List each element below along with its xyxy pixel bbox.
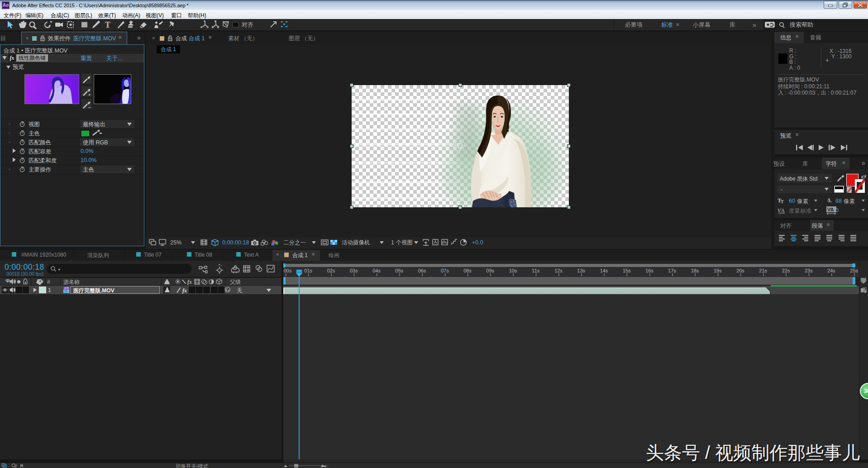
svg-text:25%: 25% [170, 239, 181, 246]
svg-text:fx: fx [182, 287, 187, 294]
svg-text:20s: 20s [736, 268, 744, 273]
svg-text:标准: 标准 [661, 21, 673, 28]
svg-text:#: # [47, 279, 50, 285]
svg-text:02s: 02s [327, 268, 335, 273]
svg-text:活动摄像机: 活动摄像机 [342, 239, 370, 246]
svg-text:18s: 18s [691, 268, 699, 273]
svg-text:19s: 19s [714, 268, 722, 273]
svg-text:库: 库 [730, 21, 735, 28]
svg-text:08s: 08s [463, 268, 472, 273]
svg-text:01s: 01s [304, 268, 312, 273]
svg-text:0:00:00:18: 0:00:00:18 [222, 239, 249, 246]
svg-text:搜索帮助: 搜索帮助 [789, 21, 813, 28]
svg-text:25s: 25s [850, 268, 858, 273]
svg-text:06s: 06s [418, 268, 426, 273]
svg-text:A: A [827, 197, 831, 202]
svg-text:13s: 13s [577, 268, 585, 273]
svg-text:23s: 23s [805, 268, 813, 273]
svg-text:14s: 14s [600, 268, 608, 273]
svg-text:必要项: 必要项 [625, 21, 643, 28]
svg-text:VA: VA [827, 207, 834, 212]
svg-text:小屏幕: 小屏幕 [692, 21, 711, 28]
svg-text:+: + [88, 93, 91, 97]
svg-text:11s: 11s [532, 268, 539, 273]
svg-text:07s: 07s [441, 268, 449, 273]
svg-text:»: » [753, 21, 756, 29]
svg-text:+0.0: +0.0 [472, 239, 483, 246]
svg-text:15s: 15s [623, 268, 631, 273]
svg-text:10s: 10s [509, 268, 517, 273]
svg-text:09s: 09s [486, 268, 494, 273]
svg-text:21s: 21s [759, 268, 767, 273]
svg-text:二分之一: 二分之一 [283, 239, 306, 246]
svg-text:12s: 12s [554, 268, 563, 273]
svg-text:对齐: 对齐 [241, 21, 253, 28]
svg-text:17s: 17s [668, 268, 676, 273]
svg-text:0:00s: 0:00s [283, 268, 292, 273]
svg-text:T: T [781, 199, 784, 204]
svg-text:1 个视图: 1 个视图 [391, 239, 413, 246]
svg-text:≡: ≡ [676, 22, 679, 27]
svg-text:04s: 04s [372, 268, 381, 273]
svg-text:无: 无 [237, 287, 243, 294]
svg-text:24s: 24s [827, 268, 835, 273]
svg-text:16s: 16s [645, 268, 653, 273]
svg-text:−: − [88, 105, 91, 110]
svg-text:VA: VA [777, 207, 785, 214]
svg-text:22s: 22s [782, 268, 790, 273]
svg-text:fx: fx [187, 279, 192, 285]
svg-text:父级: 父级 [230, 279, 241, 285]
svg-text:05s: 05s [395, 268, 403, 273]
svg-text:T: T [105, 20, 110, 29]
svg-text:1: 1 [48, 287, 51, 293]
svg-text:03s: 03s [350, 268, 358, 273]
svg-text:源名称: 源名称 [63, 279, 80, 285]
